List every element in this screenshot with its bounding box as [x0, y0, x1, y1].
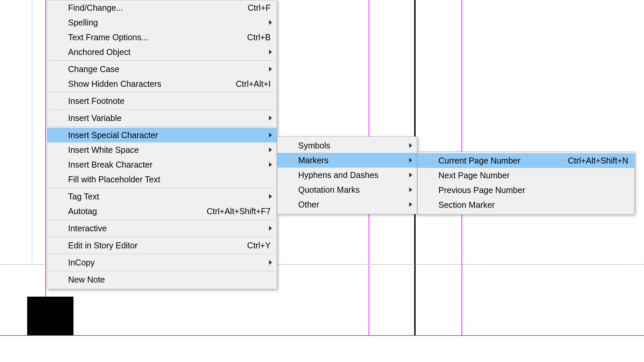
menu-item-shortcut: Ctrl+Alt+Shift+F7 [207, 206, 271, 216]
menu-item-previous-page-number[interactable]: Previous Page Number [418, 183, 634, 197]
menu-item-other[interactable]: Other [277, 197, 417, 212]
menu-separator [49, 271, 275, 271]
menu-item-label: Quotation Marks [298, 185, 402, 195]
menu-item-label: Tag Text [68, 192, 262, 201]
menu-item-label: Insert White Space [68, 145, 262, 155]
menu-item-text-frame-options[interactable]: Text Frame Options...Ctrl+B [47, 30, 277, 45]
chevron-right-icon [269, 20, 272, 25]
menu-item-shortcut: Ctrl+B [247, 33, 271, 42]
menu-item-insert-footnote[interactable]: Insert Footnote [47, 94, 277, 108]
menu-item-label: Other [298, 200, 402, 209]
menu-item-label: Spelling [68, 18, 262, 27]
page-number-frame[interactable] [27, 297, 73, 335]
menu-separator [49, 60, 275, 61]
chevron-right-icon [409, 143, 412, 148]
menu-item-label: Insert Special Character [68, 130, 262, 140]
menu-item-label: Next Page Number [438, 171, 628, 180]
chevron-right-icon [269, 50, 272, 54]
chevron-right-icon [269, 194, 272, 199]
menu-item-label: Show Hidden Characters [68, 79, 229, 89]
menu-separator [49, 109, 275, 110]
chevron-right-icon [409, 202, 412, 207]
menu-item-label: Interactive [68, 224, 262, 233]
menu-item-insert-break-character[interactable]: Insert Break Character [47, 157, 277, 172]
menu-item-shortcut: Ctrl+Alt+I [236, 79, 271, 89]
menu-item-fill-with-placeholder-text[interactable]: Fill with Placeholder Text [47, 172, 277, 187]
menu-item-autotag[interactable]: AutotagCtrl+Alt+Shift+F7 [47, 204, 277, 219]
menu-item-insert-white-space[interactable]: Insert White Space [47, 142, 277, 157]
menu-item-edit-in-story-editor[interactable]: Edit in Story EditorCtrl+Y [47, 238, 277, 253]
menu-separator [49, 126, 275, 127]
menu-item-section-marker[interactable]: Section Marker [418, 197, 634, 212]
menu-separator [49, 92, 275, 93]
menu-item-label: Text Frame Options... [68, 33, 240, 42]
menu-item-label: Find/Change... [68, 3, 241, 13]
chevron-right-icon [269, 226, 272, 231]
menu-item-hyphens-and-dashes[interactable]: Hyphens and Dashes [277, 168, 417, 182]
menu-item-label: Insert Break Character [68, 160, 262, 170]
menu-item-shortcut: Ctrl+Y [247, 241, 271, 250]
menu-item-show-hidden-characters[interactable]: Show Hidden CharactersCtrl+Alt+I [47, 76, 277, 91]
menu-item-quotation-marks[interactable]: Quotation Marks [277, 182, 417, 197]
menu-item-label: Autotag [68, 206, 200, 216]
menu-item-label: Symbols [298, 141, 402, 150]
chevron-right-icon [269, 147, 272, 152]
menu-item-label: Markers [298, 156, 402, 165]
menu-item-new-note[interactable]: New Note [47, 272, 277, 287]
menu-item-spelling[interactable]: Spelling [47, 15, 277, 30]
markers-submenu[interactable]: Current Page NumberCtrl+Alt+Shift+NNext … [417, 152, 635, 215]
chevron-right-icon [269, 162, 272, 167]
chevron-right-icon [269, 260, 272, 265]
menu-item-markers[interactable]: Markers [277, 153, 417, 168]
menu-item-change-case[interactable]: Change Case [47, 62, 277, 76]
menu-item-label: Change Case [68, 64, 262, 74]
chevron-right-icon [409, 158, 412, 163]
menu-item-label: Current Page Number [438, 156, 561, 166]
menu-item-anchored-object[interactable]: Anchored Object [47, 45, 277, 59]
menu-item-label: InCopy [68, 258, 262, 267]
chevron-right-icon [409, 173, 412, 177]
menu-item-find-change[interactable]: Find/Change...Ctrl+F [47, 0, 277, 15]
menu-item-label: Previous Page Number [438, 185, 628, 195]
menu-item-incopy[interactable]: InCopy [47, 255, 277, 270]
menu-separator [49, 188, 275, 188]
chevron-right-icon [269, 133, 272, 137]
menu-item-label: Insert Variable [68, 113, 262, 123]
menu-item-interactive[interactable]: Interactive [47, 221, 277, 236]
menu-separator [49, 220, 275, 220]
menu-item-tag-text[interactable]: Tag Text [47, 189, 277, 204]
menu-item-label: Edit in Story Editor [68, 241, 240, 250]
chevron-right-icon [269, 67, 272, 71]
menu-separator [49, 254, 275, 254]
page-bottom-edge [0, 335, 644, 336]
menu-item-shortcut: Ctrl+Alt+Shift+N [568, 156, 628, 166]
menu-item-insert-special-character[interactable]: Insert Special Character [47, 128, 277, 142]
page-edge-guide [32, 0, 33, 262]
menu-item-label: New Note [68, 275, 271, 285]
menu-item-current-page-number[interactable]: Current Page NumberCtrl+Alt+Shift+N [418, 153, 634, 168]
menu-item-insert-variable[interactable]: Insert Variable [47, 111, 277, 125]
menu-item-next-page-number[interactable]: Next Page Number [418, 168, 634, 183]
menu-item-shortcut: Ctrl+F [248, 3, 271, 13]
chevron-right-icon [409, 187, 412, 192]
chevron-right-icon [269, 116, 272, 120]
menu-item-label: Hyphens and Dashes [298, 170, 402, 180]
menu-item-label: Fill with Placeholder Text [68, 175, 271, 184]
type-menu[interactable]: Find/Change...Ctrl+FSpellingText Frame O… [47, 0, 277, 289]
menu-item-label: Insert Footnote [68, 96, 271, 106]
menu-separator [49, 237, 275, 237]
menu-item-label: Section Marker [438, 200, 628, 210]
menu-item-label: Anchored Object [68, 47, 262, 57]
insert-special-character-submenu[interactable]: SymbolsMarkersHyphens and DashesQuotatio… [277, 136, 417, 214]
menu-item-symbols[interactable]: Symbols [277, 138, 417, 153]
